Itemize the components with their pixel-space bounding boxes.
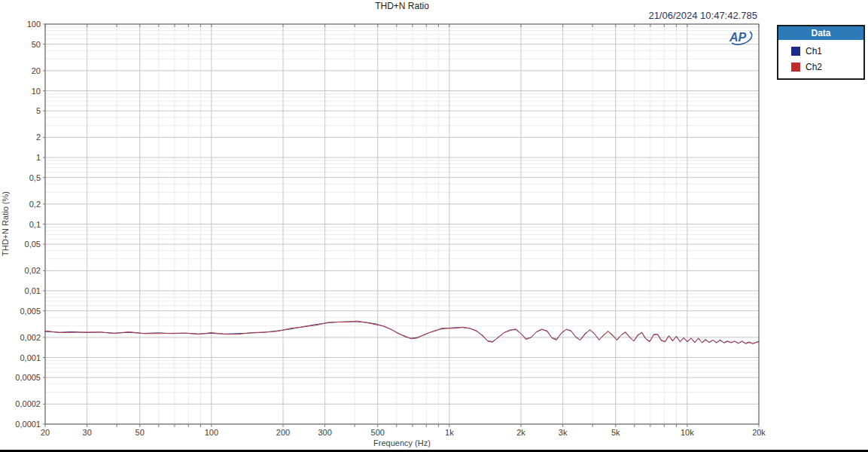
x-tick-label: 500 bbox=[371, 428, 385, 437]
x-tick-label: 50 bbox=[136, 428, 145, 437]
ap-measurement-figure: THD+N Ratio 21/06/2024 10:47:42.785 2030… bbox=[0, 0, 868, 452]
y-tick-label: 0,01 bbox=[25, 286, 41, 295]
y-tick-label: 0,005 bbox=[20, 307, 41, 316]
x-tick-label: 20 bbox=[41, 428, 50, 437]
x-tick-label: 5k bbox=[611, 428, 620, 437]
y-tick-label: 100 bbox=[27, 20, 41, 29]
y-tick-label: 1 bbox=[36, 153, 41, 162]
y-tick-label: 10 bbox=[32, 87, 41, 96]
legend-label: Ch2 bbox=[806, 62, 822, 72]
trace-ch2 bbox=[45, 321, 759, 344]
x-tick-label: 100 bbox=[205, 428, 218, 437]
x-tick-label: 10k bbox=[681, 428, 694, 437]
y-tick-label: 0,002 bbox=[20, 333, 41, 342]
y-tick-label: 0,02 bbox=[25, 266, 41, 275]
legend-swatch-ch2 bbox=[791, 63, 800, 72]
y-axis-title: THD+N Ratio (%) bbox=[1, 175, 10, 273]
x-tick-label: 3k bbox=[559, 428, 568, 437]
y-tick-label: 0,001 bbox=[20, 353, 41, 362]
y-tick-label: 20 bbox=[32, 66, 41, 75]
y-tick-label: 5 bbox=[36, 106, 41, 115]
y-tick-label: 0,2 bbox=[29, 200, 41, 209]
legend-item-ch2[interactable]: Ch2 bbox=[791, 59, 863, 75]
x-axis-title: Frequency (Hz) bbox=[176, 438, 628, 447]
legend-item-ch1[interactable]: Ch1 bbox=[791, 43, 863, 59]
y-tick-label: 0,5 bbox=[29, 173, 41, 182]
plot-area: 2030501002003005001k2k3k5k10k20k10050201… bbox=[0, 0, 868, 452]
y-tick-label: 0,0002 bbox=[15, 399, 41, 408]
legend-box: Data Ch1Ch2 bbox=[777, 25, 865, 80]
x-tick-label: 300 bbox=[318, 428, 331, 437]
legend-label: Ch1 bbox=[806, 46, 822, 56]
x-tick-label: 2k bbox=[516, 428, 525, 437]
trace-ch1 bbox=[45, 322, 759, 344]
ap-logo-text: AP bbox=[729, 31, 747, 44]
y-tick-label: 50 bbox=[32, 40, 41, 49]
x-tick-label: 1k bbox=[445, 428, 454, 437]
x-tick-label: 20k bbox=[752, 428, 766, 437]
ap-logo-icon: AP bbox=[724, 26, 759, 47]
y-tick-label: 2 bbox=[36, 133, 41, 142]
y-tick-label: 0,05 bbox=[25, 240, 41, 249]
y-tick-label: 0,0005 bbox=[15, 373, 41, 382]
y-tick-label: 0,0001 bbox=[15, 420, 41, 429]
x-tick-label: 30 bbox=[83, 428, 92, 437]
x-tick-label: 200 bbox=[276, 428, 290, 437]
legend-items: Ch1Ch2 bbox=[778, 40, 863, 78]
legend-swatch-ch1 bbox=[791, 47, 800, 56]
legend-header: Data bbox=[778, 26, 863, 40]
y-tick-label: 0,1 bbox=[29, 220, 41, 229]
